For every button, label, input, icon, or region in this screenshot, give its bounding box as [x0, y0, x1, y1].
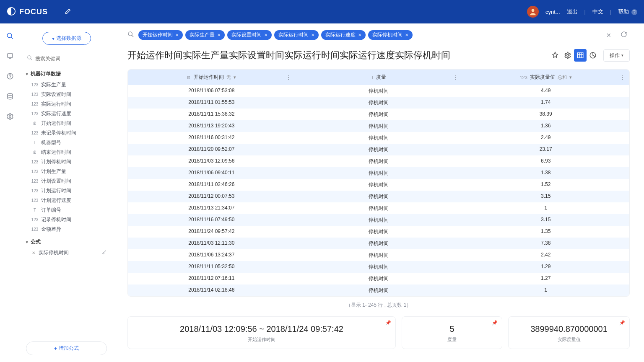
table-row[interactable]: 2018/11/06 07:53:08停机时间4.49 [128, 85, 629, 97]
table-row[interactable]: 2018/11/11 05:32:50停机时间1.29 [128, 261, 629, 273]
table-row[interactable]: 2018/11/16 07:49:50停机时间3.15 [128, 214, 629, 226]
operations-button[interactable]: 操作 ▾ [603, 49, 630, 62]
svg-point-1 [532, 9, 535, 12]
datasource-section[interactable]: ▾机器订单数据 [26, 66, 107, 80]
table-row[interactable]: 2018/11/12 07:16:11停机时间1.27 [128, 273, 629, 284]
field-item[interactable]: 123实际运行时间 [32, 99, 107, 109]
table-row[interactable]: 2018/11/03 12:11:30停机时间7.38 [128, 238, 629, 249]
field-item[interactable]: 123实际生产量 [32, 80, 107, 90]
query-pill[interactable]: 实际运行速度✕ [321, 30, 366, 40]
clear-query-button[interactable]: ✕ [604, 32, 614, 39]
logout-link[interactable]: 退出 [567, 8, 578, 16]
nav-gear-icon[interactable] [6, 112, 14, 121]
nav-search-icon[interactable] [6, 32, 14, 40]
table-row[interactable]: 2018/11/16 00:31:42停机时间2.49 [128, 132, 629, 144]
column-header-time[interactable]: 🗓开始运作时间 无 ▾⋮ [128, 70, 295, 85]
pin-icon[interactable] [549, 49, 561, 62]
more-icon[interactable]: ⋮ [620, 75, 625, 80]
column-header-value[interactable]: 123实际度量值 总和 ▾⋮ [462, 70, 629, 85]
formula-section[interactable]: ▾公式 [26, 234, 107, 248]
summary-card-value: 📌 3899940.870000001 实际度量值 [508, 316, 630, 349]
table-row[interactable]: 2018/11/13 21:34:07停机时间1 [128, 202, 629, 214]
more-icon[interactable]: ⋮ [453, 75, 458, 80]
field-item[interactable]: 123实际设置时间 [32, 90, 107, 99]
field-item[interactable]: 🗓开始运作时间 [32, 119, 107, 128]
field-item[interactable]: 123计划设置时间 [32, 176, 107, 186]
table-row[interactable]: 2018/11/11 02:46:26停机时间1.52 [128, 179, 629, 191]
username[interactable]: cynt... [545, 9, 560, 15]
field-type-icon: 123 [32, 227, 38, 232]
field-item[interactable]: 123计划运行速度 [32, 196, 107, 205]
query-pill[interactable]: 开始运作时间✕ [138, 30, 183, 40]
query-pill[interactable]: 实际生产量✕ [185, 30, 225, 40]
svg-point-6 [8, 93, 13, 96]
refresh-button[interactable] [618, 31, 630, 39]
field-label: 结束运作时间 [41, 149, 71, 156]
field-item[interactable]: T机器型号 [32, 138, 107, 147]
edit-icon[interactable] [102, 250, 107, 256]
table-row[interactable]: 2018/11/14 02:18:46停机时间1 [128, 284, 629, 296]
field-label: 金额差异 [41, 226, 61, 233]
logo[interactable]: FOCUS [7, 7, 48, 17]
remove-pill-icon[interactable]: ✕ [358, 33, 361, 37]
table-row[interactable]: 2018/11/24 09:57:42停机时间1.35 [128, 226, 629, 238]
add-formula-button[interactable]: +增加公式 [26, 341, 107, 355]
chevron-down-icon: ▾ [621, 53, 623, 57]
field-item[interactable]: 🗓结束运作时间 [32, 147, 107, 157]
field-item[interactable]: 123未记录停机时间 [32, 128, 107, 138]
field-item[interactable]: 123计划停机时间 [32, 157, 107, 167]
pin-icon[interactable]: 📌 [619, 320, 625, 326]
field-type-icon: 123 [32, 131, 38, 135]
field-type-icon: 123 [32, 169, 38, 174]
close-icon[interactable]: ✕ [32, 251, 35, 255]
gear-icon[interactable] [561, 49, 574, 62]
sidebar-search-input[interactable] [35, 56, 106, 62]
field-label: 计划设置时间 [41, 178, 71, 185]
pin-icon[interactable]: 📌 [385, 320, 391, 326]
data-table: 🗓开始运作时间 无 ▾⋮ T度量⋮ 123实际度量值 总和 ▾⋮ 2018/11… [127, 69, 630, 297]
table-row[interactable]: 2018/11/13 19:20:43停机时间1.36 [128, 120, 629, 132]
field-item[interactable]: 123实际运行速度 [32, 109, 107, 119]
remove-pill-icon[interactable]: ✕ [264, 33, 267, 37]
more-icon[interactable]: ⋮ [286, 75, 291, 80]
field-label: 开始运作时间 [41, 120, 71, 127]
caret-icon: ▾ [569, 75, 572, 80]
remove-pill-icon[interactable]: ✕ [217, 33, 221, 37]
formula-item[interactable]: ✕ 实际停机时间 [26, 248, 107, 258]
query-pill[interactable]: 实际设置时间✕ [227, 30, 272, 40]
field-item[interactable]: T订单编号 [32, 205, 107, 215]
table-view-icon[interactable] [574, 49, 587, 62]
table-row[interactable]: 2018/11/03 12:09:56停机时间6.93 [128, 155, 629, 167]
field-item[interactable]: 123计划运行时间 [32, 186, 107, 196]
query-pill[interactable]: 实际运行时间✕ [274, 30, 319, 40]
nav-db-icon[interactable] [6, 92, 14, 101]
field-type-icon: 123 [32, 102, 38, 106]
table-row[interactable]: 2018/11/06 13:24:37停机时间2.42 [128, 249, 629, 261]
table-row[interactable]: 2018/11/20 09:52:07停机时间23.17 [128, 144, 629, 155]
select-datasource-button[interactable]: ▾选择数据源 [42, 32, 91, 45]
avatar[interactable] [527, 6, 539, 18]
chart-view-icon[interactable] [587, 49, 599, 62]
field-item[interactable]: 123金额差异 [32, 225, 107, 234]
remove-pill-icon[interactable]: ✕ [405, 33, 408, 37]
table-row[interactable]: 2018/11/11 01:55:53停机时间1.74 [128, 97, 629, 109]
field-label: 订单编号 [41, 207, 61, 214]
brand-text: FOCUS [19, 8, 48, 16]
table-row[interactable]: 2018/11/06 09:40:11停机时间1.38 [128, 167, 629, 179]
edit-icon[interactable] [65, 8, 71, 16]
field-item[interactable]: 123记录停机时间 [32, 215, 107, 225]
column-header-metric[interactable]: T度量⋮ [295, 70, 462, 85]
help-link[interactable]: 帮助 ? [618, 8, 637, 16]
query-pill[interactable]: 实际停机时间✕ [368, 30, 413, 40]
plus-icon: + [54, 346, 57, 352]
table-row[interactable]: 2018/11/11 15:38:32停机时间38.39 [128, 109, 629, 120]
lang-link[interactable]: 中文 [592, 8, 603, 16]
remove-pill-icon[interactable]: ✕ [175, 33, 179, 37]
nav-pin-icon[interactable] [6, 52, 14, 60]
pin-icon[interactable]: 📌 [492, 320, 498, 326]
svg-point-7 [9, 116, 11, 118]
table-row[interactable]: 2018/11/12 00:07:53停机时间3.15 [128, 191, 629, 202]
remove-pill-icon[interactable]: ✕ [311, 33, 314, 37]
field-item[interactable]: 123计划生产量 [32, 167, 107, 176]
nav-help-icon[interactable] [6, 72, 14, 80]
